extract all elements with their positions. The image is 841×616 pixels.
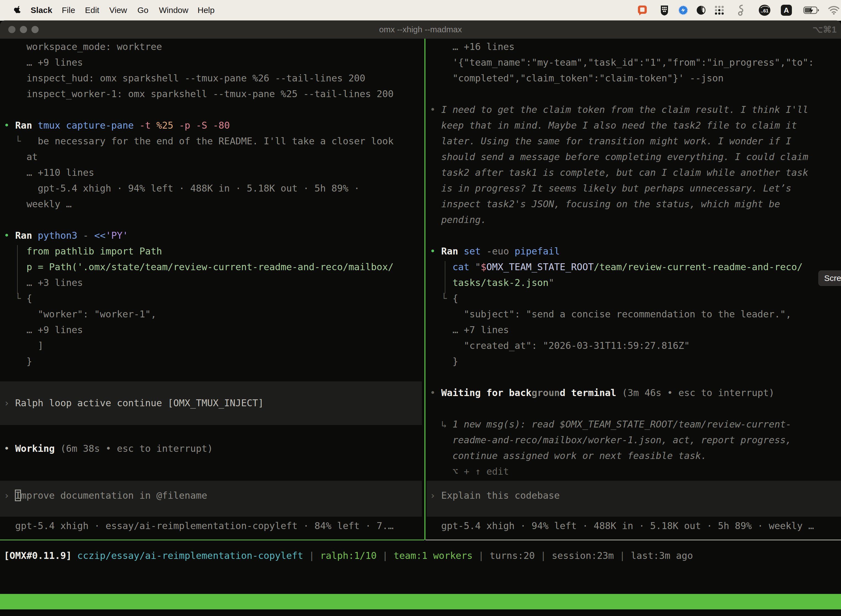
terminal-line: tasks/task-2.json": [430, 275, 841, 290]
svg-text:..61: ..61: [761, 8, 768, 13]
terminal-line: gpt-5.4 xhigh · 94% left · 488K in · 5.1…: [430, 518, 841, 534]
omx-session-status-line: [OMX#0.11.9] cczip/essay/ai-reimplementa…: [0, 548, 841, 563]
left-pane-border: [0, 540, 424, 540]
terminal-line: "completed","claim_token":"claim-token"}…: [430, 70, 841, 86]
terminal-window[interactable]: workspace_mode: worktree … +9 lines insp…: [0, 39, 841, 616]
screen: Slack File Edit View Go Window Help ..61: [0, 0, 841, 616]
terminal-line: [4, 212, 422, 228]
indent-guide: [17, 245, 18, 294]
menu-item-help[interactable]: Help: [198, 0, 215, 21]
menu-item-view[interactable]: View: [109, 0, 127, 21]
terminal-line: }: [4, 353, 422, 369]
left-model-status-line: gpt-5.4 xhigh · essay/ai-reimplementatio…: [0, 518, 422, 534]
left-ralph-loop-banner: › Ralph loop active continue [OMX_TMUX_I…: [0, 381, 422, 425]
terminal-line: [430, 86, 841, 102]
menu-item-edit[interactable]: Edit: [85, 0, 99, 21]
apple-menu-icon[interactable]: [13, 4, 22, 16]
terminal-line: … +9 lines: [4, 322, 422, 338]
right-pane-scrollback[interactable]: … +16 lines '{"team_name":"my-team","tas…: [426, 39, 841, 480]
terminal-line: › Improve documentation in @filename: [4, 488, 422, 503]
terminal-line: ↳ 1 new msg(s): read $OMX_TEAM_STATE_ROO…: [430, 417, 841, 432]
terminal-line: }: [430, 353, 841, 369]
terminal-line: "worker": "worker-1",: [4, 307, 422, 322]
terminal-line: workspace_mode: worktree: [4, 39, 422, 55]
terminal-line: at: [4, 149, 422, 165]
window-shortcut-badge: ⌥⌘1: [813, 21, 837, 39]
menu-item-file[interactable]: File: [62, 0, 75, 21]
terminal-line: › Explain this codebase: [430, 488, 841, 503]
terminal-line: … +110 lines: [4, 165, 422, 180]
terminal-line: keep that in mind. Maybe I also need the…: [430, 117, 841, 133]
terminal-line: › Ralph loop active continue [OMX_TMUX_I…: [4, 395, 422, 411]
terminal-line: ]: [4, 338, 422, 353]
terminal-line: • I need to get the claim token from the…: [430, 102, 841, 117]
screen-record-icon[interactable]: [637, 4, 648, 16]
terminal-line: … +9 lines: [4, 55, 422, 70]
terminal-line: [430, 401, 841, 417]
left-prompt-input[interactable]: › Improve documentation in @filename: [0, 481, 422, 517]
terminal-line: … +7 lines: [430, 322, 841, 338]
terminal-line: task2 after task1 is complete, but can I…: [430, 165, 841, 180]
pie-meter-icon[interactable]: [695, 4, 707, 16]
input-source-a-icon[interactable]: A: [780, 4, 793, 16]
terminal-line: • Working (6m 38s • esc to interrupt): [4, 441, 422, 456]
terminal-line: p = Path('.omx/state/team/review-current…: [4, 259, 422, 275]
window-titlebar: omx --xhigh --madmax ⌥⌘1: [0, 21, 841, 39]
terminal-line: from pathlib import Path: [4, 243, 422, 259]
terminal-line: • Ran tmux capture-pane -t %25 -p -S -80: [4, 117, 422, 133]
terminal-line: pending.: [430, 212, 841, 228]
terminal-line: [4, 102, 422, 117]
wifi-icon[interactable]: [828, 4, 840, 16]
terminal-line: should send a message before completing …: [430, 149, 841, 165]
menu-bar: Slack File Edit View Go Window Help ..61: [0, 0, 841, 21]
screen-share-tooltip: Scre: [818, 270, 841, 286]
terminal-line: [OMX#0.11.9] cczip/essay/ai-reimplementa…: [4, 548, 841, 563]
terminal-line: [430, 369, 841, 385]
dots-grid-icon[interactable]: [713, 4, 726, 16]
terminal-line: inspect_hud: omx sparkshell --tmux-pane …: [4, 70, 422, 86]
terminal-line: inspect task2's JSON, focusing on the st…: [430, 196, 841, 212]
right-model-status-line: gpt-5.4 xhigh · 94% left · 488K in · 5.1…: [426, 518, 841, 534]
terminal-line: • Ran python3 - <<'PY': [4, 228, 422, 243]
terminal-line: └ be necessary for the end of the README…: [4, 133, 422, 149]
terminal-line: • Waiting for background terminal (3m 46…: [430, 385, 841, 401]
left-working-status: • Working (6m 38s • esc to interrupt): [0, 441, 422, 456]
left-pane-scrollback[interactable]: workspace_mode: worktree … +9 lines insp…: [0, 39, 422, 369]
terminal-line: ⌥ + ↑ edit: [430, 463, 841, 480]
tmux-session-name: [omx-cczip0:bash*: [3, 609, 99, 616]
right-pane-border: [425, 540, 841, 540]
terminal-line: [430, 228, 841, 243]
terminal-line: … +3 lines: [4, 275, 422, 290]
terminal-line: "subject": "send a concise recommendatio…: [430, 307, 841, 322]
grid-shield-icon[interactable]: [659, 4, 670, 16]
terminal-line: "created_at": "2026-03-31T11:59:27.816Z": [430, 338, 841, 353]
terminal-line: gpt-5.4 xhigh · 94% left · 488K in · 5.1…: [4, 180, 422, 196]
terminal-line: … +16 lines: [430, 39, 841, 55]
menu-item-go[interactable]: Go: [138, 0, 148, 21]
tmux-status-bar: [omx-cczip0:bash* "MacBook-Pro-44.local"…: [0, 594, 841, 609]
terminal-line: is in progress? It seems likely but perh…: [430, 180, 841, 196]
terminal-line: cat "$OMX_TEAM_STATE_ROOT/team/review-cu…: [430, 259, 841, 275]
terminal-line: └ {: [4, 290, 422, 307]
right-prompt-input[interactable]: › Explain this codebase: [426, 481, 841, 517]
terminal-line: └ {: [430, 290, 841, 307]
pane-divider[interactable]: [424, 39, 425, 540]
battery-charging-icon[interactable]: [803, 4, 820, 16]
terminal-line: readme-and-reco/mailbox/worker-1.json, a…: [430, 432, 841, 448]
window-title: omx --xhigh --madmax: [0, 21, 841, 39]
terminal-line: • Ran set -euo pipefail: [430, 243, 841, 259]
menu-app-name[interactable]: Slack: [31, 0, 52, 21]
menu-item-window[interactable]: Window: [159, 0, 189, 21]
squiggle-icon[interactable]: [736, 4, 746, 16]
blue-badge-icon[interactable]: [677, 4, 689, 16]
terminal-line: continue assigned work or next feasible …: [430, 448, 841, 463]
terminal-line: '{"team_name":"my-team","task_id":"1","f…: [430, 55, 841, 70]
terminal-line: later. Using the same for transition mig…: [430, 133, 841, 149]
svg-text:A: A: [784, 6, 789, 14]
terminal-line: weekly …: [4, 196, 422, 212]
terminal-line: inspect_worker-1: omx sparkshell --tmux-…: [4, 86, 422, 102]
terminal-line: gpt-5.4 xhigh · essay/ai-reimplementatio…: [4, 518, 422, 534]
badge-61-icon[interactable]: ..61: [757, 4, 771, 16]
